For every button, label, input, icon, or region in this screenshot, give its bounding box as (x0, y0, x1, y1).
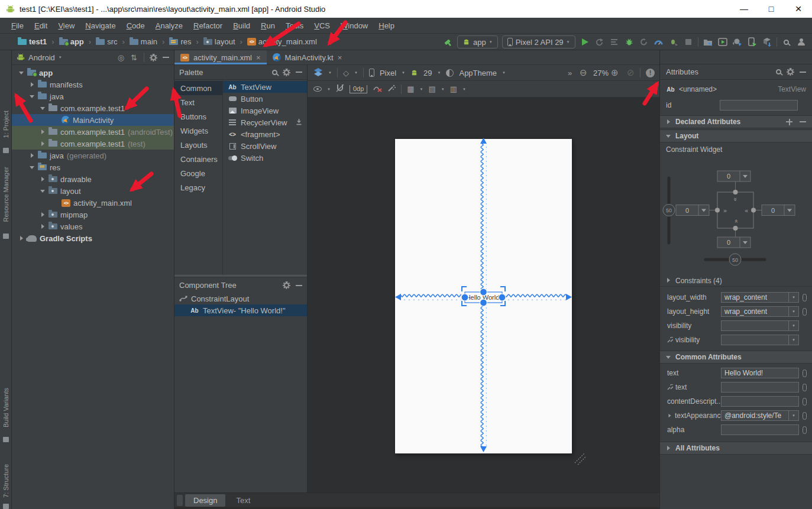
hide-panel-icon[interactable] (296, 285, 302, 286)
layout-section[interactable]: Layout (660, 129, 812, 142)
palette-category-legacy[interactable]: Legacy (174, 180, 222, 194)
layout-validation-icon[interactable] (747, 37, 758, 47)
build-hammer-icon[interactable] (442, 37, 453, 47)
margin-right-dropdown[interactable]: 0 (762, 205, 795, 216)
profiler-icon[interactable] (654, 37, 664, 47)
menu-tools[interactable]: Tools (280, 20, 309, 32)
constraints-section[interactable]: Constraints (4) (660, 275, 812, 287)
maximize-button[interactable]: □ (758, 0, 785, 18)
default-margin-control[interactable]: 0dp (350, 85, 367, 93)
hide-panel-icon[interactable] (163, 57, 169, 58)
text-input[interactable]: Hello World! (721, 368, 799, 378)
run-button[interactable] (580, 37, 590, 47)
gear-icon[interactable] (788, 69, 793, 74)
menu-refactor[interactable]: Refactor (188, 20, 228, 32)
design-canvas[interactable]: Hello World! (308, 98, 659, 492)
menu-view[interactable]: View (53, 20, 80, 32)
text-mode-tab[interactable]: Text (228, 494, 258, 507)
avd-manager-icon[interactable] (717, 37, 728, 47)
resource-picker-icon[interactable] (803, 384, 807, 391)
menu-window[interactable]: Window (335, 20, 373, 32)
debug-icon[interactable] (624, 37, 635, 47)
breadcrumb-app[interactable]: app (70, 37, 84, 46)
tree-item-package[interactable]: com.example.test1 (12, 102, 174, 114)
tree-item-package-test[interactable]: com.example.test1(test) (12, 138, 174, 150)
zoom-fit-icon[interactable]: ⊘ (627, 67, 635, 78)
margin-top-dropdown[interactable]: 0 (717, 171, 750, 181)
project-view-selector[interactable]: Android (28, 53, 55, 62)
pack-icon[interactable]: ▦ (407, 85, 414, 93)
api-level[interactable]: 29 (423, 69, 432, 77)
errors-panel-icon[interactable]: ! (646, 69, 655, 77)
rerun-icon[interactable] (594, 37, 605, 47)
component-textview[interactable]: TextView- "Hello World!" (174, 304, 307, 316)
autoconnect-magnet-icon[interactable] (336, 84, 344, 94)
close-button[interactable]: × (785, 0, 812, 18)
layout-width-dropdown[interactable]: wrap_content▼ (721, 292, 799, 303)
breadcrumb-activity-main[interactable]: activity_main.xml (258, 37, 317, 46)
stripe-build-variants-tab[interactable]: Build Variants (0, 382, 12, 433)
remove-attribute-icon[interactable] (800, 121, 806, 122)
palette-item-button[interactable]: Button (223, 93, 307, 105)
menu-analyze[interactable]: Analyze (150, 20, 188, 32)
distribute-icon[interactable]: ▥ (450, 85, 457, 93)
gradle-sync-icon[interactable] (732, 37, 743, 47)
resource-picker-icon[interactable] (803, 369, 807, 377)
resource-picker-icon[interactable] (803, 398, 807, 406)
device-selector[interactable]: Pixel 2 API 29▼ (502, 35, 575, 48)
sdk-manager-icon[interactable] (762, 37, 772, 47)
menu-edit[interactable]: Edit (29, 20, 53, 32)
resource-picker-icon[interactable] (803, 308, 807, 316)
menu-file[interactable]: File (6, 20, 29, 32)
tree-item-values[interactable]: values (12, 221, 174, 232)
palette-item-textview[interactable]: TextView (223, 81, 307, 93)
palette-category-google[interactable]: Google (174, 166, 222, 180)
gear-icon[interactable] (284, 283, 289, 288)
stripe-project-tab[interactable]: 1: Project (0, 103, 12, 145)
menu-code[interactable]: Code (121, 20, 150, 32)
text-appearance-dropdown[interactable]: @android:style/Te▼ (721, 410, 799, 421)
palette-category-layouts[interactable]: Layouts (174, 138, 222, 152)
menu-run[interactable]: Run (255, 20, 280, 32)
constraint-widget[interactable]: 50 50 » » » « 0 0 0 (660, 154, 812, 267)
component-constraintlayout[interactable]: ConstraintLayout (174, 293, 307, 304)
palette-category-containers[interactable]: Containers (174, 152, 222, 166)
zoom-in-icon[interactable]: ⊕ (611, 67, 619, 78)
palette-category-buttons[interactable]: Buttons (174, 109, 222, 124)
infer-constraints-wand-icon[interactable] (387, 84, 396, 94)
common-attributes-section[interactable]: Common Attributes (660, 351, 812, 364)
search-everywhere-icon[interactable] (781, 37, 792, 47)
search-icon[interactable] (272, 70, 277, 75)
close-tab-icon[interactable]: × (256, 53, 261, 62)
surface-mode-icon[interactable] (313, 68, 323, 78)
stripe-structure-tab[interactable]: 7: Structure (0, 461, 12, 500)
breadcrumb-test1[interactable]: test1 (29, 37, 47, 46)
design-mode-tab[interactable]: Design (185, 494, 225, 507)
device-in-editor[interactable]: Pixel (380, 69, 396, 77)
more-actions-icon[interactable]: » (568, 69, 572, 77)
view-options-eye-icon[interactable] (313, 86, 322, 92)
tab-activity-main-xml[interactable]: activity_main.xml× (174, 50, 267, 64)
palette-item-switch[interactable]: Switch (223, 152, 307, 164)
hide-panel-icon[interactable] (800, 72, 806, 73)
alpha-input[interactable] (721, 424, 799, 435)
menu-navigate[interactable]: Navigate (80, 20, 121, 32)
tree-item-java-generated[interactable]: java(generated) (12, 150, 174, 161)
close-tab-icon[interactable]: × (338, 53, 342, 62)
visibility-dropdown[interactable]: ▼ (721, 320, 799, 331)
tree-item-activity-main-xml[interactable]: activity_main.xml (12, 197, 174, 209)
locate-file-icon[interactable]: ◎ (118, 53, 124, 62)
clear-constraints-icon[interactable] (373, 84, 382, 94)
tree-item-manifests[interactable]: manifests (12, 79, 174, 90)
palette-item-imageview[interactable]: ImageView (223, 105, 307, 116)
breadcrumb-src[interactable]: src (107, 37, 117, 46)
zoom-out-icon[interactable]: ⊖ (580, 67, 587, 78)
palette-category-widgets[interactable]: Widgets (174, 124, 222, 138)
add-attribute-icon[interactable] (786, 119, 792, 125)
tree-item-app[interactable]: app (12, 67, 174, 79)
layout-height-dropdown[interactable]: wrap_content▼ (721, 306, 799, 317)
tree-item-drawable[interactable]: drawable (12, 173, 174, 185)
tree-item-mainactivity[interactable]: MainActivity (12, 114, 174, 126)
tree-item-package-androidtest[interactable]: com.example.test1(androidTest) (12, 126, 174, 138)
tree-item-mipmap[interactable]: mipmap (12, 209, 174, 221)
